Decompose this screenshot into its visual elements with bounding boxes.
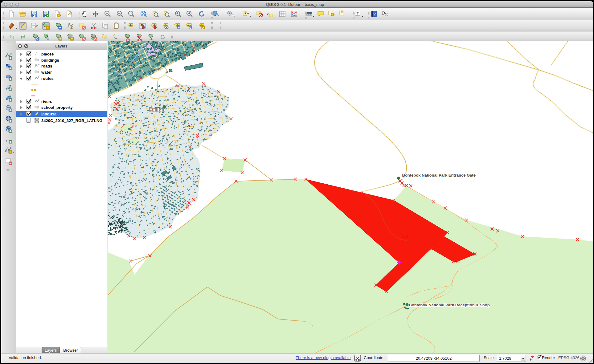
- svg-text:abc: abc: [187, 24, 191, 27]
- svg-text:Bontebok National Park Recepti: Bontebok National Park Reception & Shop: [409, 303, 490, 307]
- svg-text:?: ?: [373, 12, 376, 16]
- svg-text:?: ?: [386, 13, 388, 17]
- svg-text:abc: abc: [200, 24, 204, 27]
- svg-text:ab: ab: [141, 24, 143, 26]
- svg-text:T: T: [357, 11, 359, 15]
- svg-text:1:1: 1:1: [129, 12, 132, 14]
- svg-text:abc: abc: [129, 24, 133, 27]
- svg-text:Bontebok National Park Entranc: Bontebok National Park Entrance Gate: [402, 173, 475, 178]
- svg-text:abc: abc: [176, 24, 180, 27]
- svg-text:ε: ε: [267, 11, 269, 16]
- svg-text:,: ,: [6, 137, 7, 142]
- svg-text:Railton: Railton: [149, 107, 165, 112]
- svg-text:abc: abc: [164, 24, 168, 27]
